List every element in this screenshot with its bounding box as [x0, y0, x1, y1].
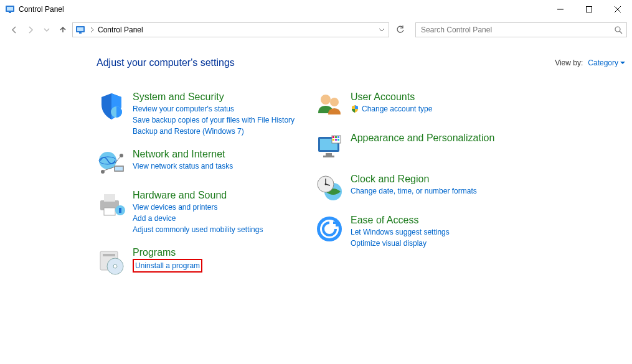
category-link[interactable]: Let Windows suggest settings: [351, 226, 450, 238]
control-panel-icon: [5, 4, 15, 14]
user-accounts-icon: [314, 91, 344, 121]
svg-rect-25: [119, 208, 121, 213]
svg-rect-35: [323, 156, 334, 157]
svg-rect-22: [104, 194, 115, 202]
svg-rect-8: [77, 27, 83, 31]
page-headline: Adjust your computer's settings: [97, 57, 235, 68]
category-title[interactable]: User Accounts: [351, 91, 415, 102]
svg-rect-37: [333, 136, 334, 138]
category-title[interactable]: Programs: [133, 247, 176, 258]
minimize-button[interactable]: [546, 0, 575, 19]
svg-rect-16: [115, 167, 123, 170]
svg-line-11: [620, 31, 622, 34]
globe-network-icon: [97, 148, 126, 178]
svg-point-10: [615, 27, 620, 32]
control-panel-icon: [75, 25, 85, 35]
svg-rect-23: [104, 208, 115, 215]
svg-rect-38: [335, 136, 337, 138]
refresh-button[interactable]: [392, 22, 409, 37]
category-link[interactable]: Save backup copies of your files with Fi…: [133, 114, 295, 126]
chevron-down-icon[interactable]: [620, 60, 626, 66]
svg-rect-2: [9, 12, 11, 13]
category-column-right: User Accounts Change account type: [314, 91, 532, 287]
shield-icon: [97, 91, 126, 121]
address-history-button[interactable]: [376, 23, 387, 37]
category-link[interactable]: Change date, time, or number formats: [351, 185, 477, 197]
viewby-current[interactable]: Category: [588, 58, 618, 67]
svg-rect-34: [326, 153, 332, 156]
svg-point-31: [330, 98, 339, 106]
svg-rect-9: [79, 32, 82, 34]
svg-rect-41: [335, 139, 337, 141]
maximize-button[interactable]: [575, 0, 603, 19]
category-ease-of-access: Ease of Access Let Windows suggest setti…: [314, 214, 532, 249]
category-title[interactable]: Appearance and Personalization: [351, 133, 494, 143]
category-appearance-and-personalization: Appearance and Personalization: [314, 132, 532, 162]
category-link[interactable]: View devices and printers: [133, 202, 218, 213]
svg-rect-42: [337, 139, 339, 141]
back-button[interactable]: [7, 23, 21, 37]
up-button[interactable]: [56, 23, 70, 37]
svg-point-30: [321, 95, 331, 105]
category-link[interactable]: View network status and tasks: [133, 161, 233, 172]
category-link[interactable]: Adjust commonly used mobility settings: [133, 224, 263, 235]
ease-of-access-icon: [314, 214, 344, 244]
clock-globe-icon: [314, 173, 344, 203]
category-system-and-security: System and Security Review your computer…: [97, 91, 314, 137]
content-area: Adjust your computer's settings View by:…: [97, 57, 626, 287]
category-hardware-and-sound: Hardware and Sound View devices and prin…: [97, 189, 314, 235]
navigation-bar: Control Panel: [0, 19, 632, 41]
search-icon[interactable]: [614, 26, 623, 34]
category-link[interactable]: Review your computer's status: [133, 103, 234, 114]
category-link[interactable]: Optimize visual display: [351, 238, 427, 249]
category-title[interactable]: Hardware and Sound: [133, 190, 227, 200]
title-bar: Control Panel: [0, 0, 632, 19]
printer-icon: [97, 189, 126, 219]
breadcrumb-crumb[interactable]: Control Panel: [97, 26, 144, 34]
svg-rect-4: [587, 7, 592, 12]
category-user-accounts: User Accounts Change account type: [314, 91, 532, 121]
category-link[interactable]: Change account type: [362, 103, 432, 114]
recent-locations-button[interactable]: [40, 23, 54, 37]
monitor-personalization-icon: [314, 132, 344, 162]
close-button[interactable]: [603, 0, 632, 19]
category-link[interactable]: Backup and Restore (Windows 7): [133, 126, 244, 137]
link-uninstall-a-program[interactable]: Uninstall a program: [133, 259, 202, 273]
address-bar[interactable]: Control Panel: [72, 22, 389, 37]
category-link[interactable]: Add a device: [133, 213, 176, 224]
svg-rect-27: [103, 254, 115, 256]
search-input[interactable]: [420, 25, 614, 35]
chevron-right-icon[interactable]: [89, 27, 95, 33]
category-title[interactable]: Ease of Access: [351, 215, 418, 225]
category-title[interactable]: Clock and Region: [351, 174, 429, 184]
category-clock-and-region: Clock and Region Change date, time, or n…: [314, 173, 532, 203]
category-title[interactable]: Network and Internet: [133, 149, 225, 159]
category-title[interactable]: System and Security: [133, 91, 224, 102]
svg-rect-39: [337, 136, 339, 138]
svg-point-47: [325, 184, 327, 185]
category-network-and-internet: Network and Internet View network status…: [97, 148, 314, 178]
svg-rect-1: [7, 7, 13, 11]
svg-point-29: [113, 264, 117, 268]
svg-rect-40: [333, 139, 334, 141]
window-title: Control Panel: [19, 5, 64, 14]
viewby-label: View by:: [555, 58, 583, 67]
forward-button[interactable]: [24, 23, 37, 37]
uac-shield-icon: [351, 105, 359, 113]
category-column-left: System and Security Review your computer…: [97, 91, 314, 287]
search-box[interactable]: [415, 22, 627, 37]
programs-disc-icon: [97, 246, 126, 276]
category-programs: Programs Uninstall a program: [97, 246, 314, 276]
content-header: Adjust your computer's settings View by:…: [97, 57, 626, 68]
